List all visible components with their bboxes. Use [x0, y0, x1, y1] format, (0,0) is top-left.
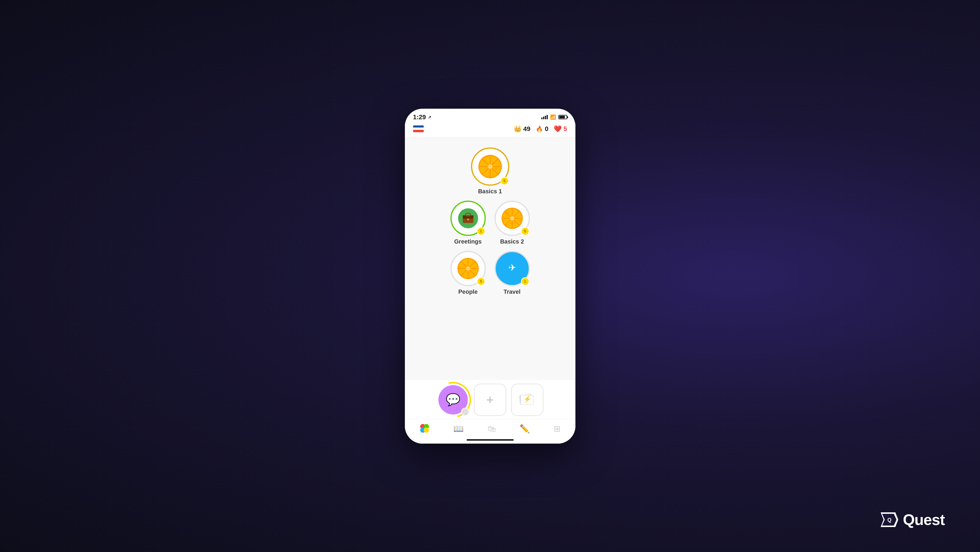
main-content: 5 Basics 1 — [405, 137, 576, 379]
greetings-badge: 2 — [477, 227, 485, 235]
svg-text:✈: ✈ — [508, 262, 516, 273]
citrus-icon — [477, 154, 503, 179]
chat-button[interactable]: 💬 — [437, 384, 469, 416]
nav-learn[interactable]: 📖 — [449, 422, 468, 435]
battery-icon — [558, 115, 567, 119]
travel-label: Travel — [504, 289, 521, 295]
flash-button[interactable]: ⚡ — [511, 384, 543, 416]
crown-count: 49 — [523, 125, 530, 133]
bottom-actions: 💬 + ⚡ — [405, 379, 576, 419]
grid-icon: ⊞ — [554, 424, 560, 433]
header-stats: 👑 49 🔥 0 ❤️ 5 — [405, 124, 576, 137]
bottom-nav: 📖 🛍 ✏️ ⊞ — [405, 419, 576, 438]
book-icon: 📖 — [453, 424, 464, 433]
hearts-count: 5 — [563, 125, 567, 133]
basics1-label: Basics 1 — [478, 188, 502, 195]
basics2-badge: 5 — [521, 227, 529, 235]
people-label: People — [458, 289, 478, 295]
lesson-basics1[interactable]: 5 Basics 1 — [471, 148, 509, 195]
svg-point-19 — [510, 216, 514, 220]
lesson-travel[interactable]: ✈ 1 Travel — [495, 251, 530, 295]
suitcase-icon — [458, 208, 479, 229]
svg-text:⚡: ⚡ — [523, 395, 531, 403]
edit-icon: ✏️ — [520, 424, 530, 433]
basics1-badge: 5 — [500, 177, 509, 185]
lesson-basics2[interactable]: 5 Basics 2 — [495, 201, 530, 245]
lesson-row-1: 5 Basics 1 — [471, 146, 509, 196]
home-bar — [467, 439, 514, 441]
travel-badge: 1 — [521, 277, 529, 286]
home-indicator — [405, 438, 576, 444]
nav-shop[interactable]: 🛍 — [484, 422, 500, 435]
svg-point-6 — [488, 164, 493, 169]
wifi-icon: 📶 — [550, 114, 556, 120]
streak-count: 0 — [545, 125, 548, 133]
hearts-stat: ❤️ 5 — [554, 125, 567, 133]
citrus-icon-3 — [457, 257, 480, 280]
lesson-row-3: 5 People ✈ 1 Travel — [450, 249, 530, 297]
home-icon — [420, 424, 430, 433]
quest-logo: Q Quest — [881, 511, 945, 528]
svg-text:Q: Q — [888, 517, 891, 523]
status-time: 1:29 — [413, 113, 426, 121]
citrus-icon-2 — [500, 206, 524, 230]
shop-icon: 🛍 — [487, 424, 496, 433]
lesson-greetings[interactable]: 2 Greetings — [450, 201, 486, 245]
nav-profile[interactable]: ✏️ — [515, 422, 534, 435]
flashcard-icon: ⚡ — [519, 391, 536, 409]
hearts-icon: ❤️ — [554, 125, 562, 133]
crown-icon: 👑 — [514, 125, 522, 133]
airplane-icon: ✈ — [502, 258, 523, 279]
signal-icon — [541, 115, 548, 119]
nav-more[interactable]: ⊞ — [550, 422, 565, 435]
svg-point-35 — [424, 427, 429, 433]
lesson-row-2: 2 Greetings — [450, 199, 530, 246]
location-arrow-icon: ↗ — [428, 115, 431, 120]
crown-stat: 👑 49 — [514, 125, 530, 133]
status-bar: 1:29 ↗ 📶 — [405, 109, 576, 124]
people-badge: 5 — [477, 277, 485, 286]
quest-logo-icon: Q — [881, 512, 898, 527]
basics2-label: Basics 2 — [500, 238, 524, 245]
streak-icon: 🔥 — [536, 125, 543, 133]
plus-icon: + — [486, 393, 494, 406]
quest-label: Quest — [903, 511, 945, 528]
phone-frame: 1:29 ↗ 📶 👑 49 🔥 — [405, 109, 576, 444]
streak-stat: 🔥 0 — [536, 125, 548, 133]
lesson-people[interactable]: 5 People — [450, 251, 486, 295]
language-flag[interactable] — [413, 125, 424, 133]
svg-point-26 — [466, 266, 470, 271]
plus-button[interactable]: + — [474, 384, 506, 416]
nav-home[interactable] — [415, 422, 434, 436]
greetings-label: Greetings — [454, 238, 482, 245]
